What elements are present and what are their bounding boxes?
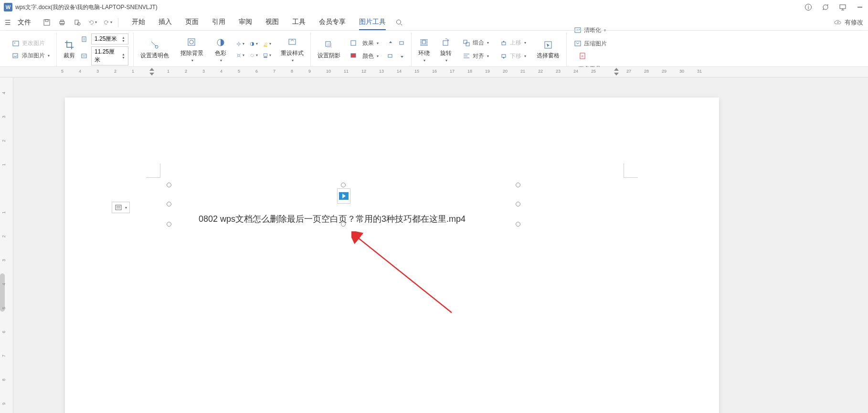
sync-icon[interactable]	[821, 3, 830, 11]
transparent-button[interactable]: 设置透明色	[138, 38, 171, 61]
height-input[interactable]: 1.25厘米▲▼	[91, 33, 128, 44]
svg-point-20	[190, 40, 193, 44]
compress-icon	[573, 39, 582, 48]
search-icon[interactable]	[395, 19, 403, 26]
remove-bg-label: 抠除背景	[180, 49, 203, 57]
tab-view[interactable]: 视图	[265, 15, 279, 30]
rotate-label: 旋转	[440, 49, 452, 57]
document-canvas[interactable]: 0802 wps文档怎么删除最后一页空白页？常用的3种技巧都在这里.mp4 ▾	[13, 77, 868, 413]
file-menu[interactable]: 文件	[16, 18, 33, 27]
svg-text:P: P	[582, 55, 583, 58]
svg-point-22	[238, 43, 240, 45]
wrap-button[interactable]: 环绕▾	[416, 36, 432, 64]
move-up-icon	[499, 39, 508, 47]
tab-page[interactable]: 页面	[185, 15, 199, 30]
clarity-button[interactable]: 清晰化▾	[572, 25, 609, 35]
add-image-button[interactable]: 添加图片▾	[10, 51, 52, 61]
group-button[interactable]: 组合▾	[460, 38, 491, 48]
brightness-icon[interactable]: ▾	[236, 40, 244, 48]
redo-icon[interactable]: ▾	[104, 18, 112, 27]
ribbon: 更改图片 添加图片▾ 裁剪 1.25厘米▲▼ 11.25厘米▲▼	[0, 31, 868, 67]
nudge-up-icon[interactable]	[386, 39, 395, 47]
layout-options-button[interactable]: ▾	[112, 202, 130, 213]
titlebar: W wps文字.docx(我的设备\我的电脑-LAPTOP-SNENVLJT) …	[0, 0, 868, 14]
change-image-label: 更改图片	[22, 39, 45, 47]
margin-corner-tl	[146, 163, 160, 178]
selection-handle[interactable]	[516, 183, 520, 187]
svg-rect-2	[840, 5, 846, 9]
remove-bg-button[interactable]: 抠除背景▾	[179, 36, 205, 64]
workspace: 432112345678910 0802 wps文档怎么删除最后一页空白页？常用…	[0, 77, 868, 413]
tab-review[interactable]: 审阅	[239, 15, 252, 30]
tab-reference[interactable]: 引用	[212, 15, 225, 30]
rotate-button[interactable]: 旋转▾	[438, 36, 454, 64]
selection-handle[interactable]	[167, 202, 171, 206]
hamburger-icon[interactable]: ☰	[5, 19, 11, 26]
tab-start[interactable]: 开始	[132, 15, 145, 30]
svg-rect-4	[44, 20, 50, 25]
video-object[interactable]	[337, 188, 350, 204]
nudge-down-icon[interactable]	[398, 52, 406, 60]
menubar: ☰ 文件 ▾ ▾ 开始 插入 页面 引用 审阅 视图 工具 会员专享 图片工具 …	[0, 14, 868, 31]
move-down-icon	[499, 52, 508, 61]
soften-icon[interactable]: ▾	[249, 51, 258, 60]
window-title: wps文字.docx(我的设备\我的电脑-LAPTOP-SNENVLJT)	[15, 3, 158, 11]
convert-pdf-button[interactable]: P	[576, 51, 609, 61]
wrap-icon	[418, 37, 430, 48]
selection-handle[interactable]	[341, 183, 346, 187]
crop-label: 裁剪	[64, 52, 75, 60]
svg-rect-19	[188, 39, 195, 45]
nudge-right-icon[interactable]	[398, 39, 406, 47]
tabs: 开始 插入 页面 引用 审阅 视图 工具 会员专享 图片工具	[132, 15, 386, 30]
print-icon[interactable]	[58, 18, 66, 27]
compress-button[interactable]: 压缩图片	[572, 38, 609, 49]
clarity-label: 清晰化	[584, 26, 601, 34]
ruler-horizontal[interactable]: 5432112345678910111213141516171819202122…	[0, 67, 868, 77]
selection-handle[interactable]	[516, 202, 520, 206]
tab-insert[interactable]: 插入	[159, 15, 172, 30]
move-up-button: 上移▾	[498, 38, 528, 48]
crop-button[interactable]: 裁剪	[62, 38, 77, 61]
modified-indicator[interactable]: 有修改	[834, 18, 863, 27]
svg-rect-24	[264, 45, 267, 46]
ruler-vertical[interactable]: 432112345678910	[0, 77, 13, 413]
highlight-icon[interactable]: ▾	[263, 40, 271, 48]
shadow-icon	[323, 39, 335, 51]
effect-button[interactable]: 效果▾	[360, 38, 381, 48]
add-image-icon	[11, 52, 20, 60]
info-icon[interactable]: i	[804, 3, 813, 11]
selection-handle[interactable]	[167, 222, 171, 227]
undo-icon[interactable]: ▾	[88, 18, 97, 27]
select-pane-icon	[542, 39, 554, 51]
sharpen-icon[interactable]: ▾	[236, 51, 244, 60]
color-button[interactable]: 色彩▾	[213, 36, 228, 64]
selection-handle[interactable]	[167, 183, 171, 187]
presentation-icon[interactable]	[838, 3, 847, 11]
minimize-icon[interactable]	[856, 3, 864, 11]
select-pane-button[interactable]: 选择窗格	[535, 38, 561, 61]
contrast-icon[interactable]: ▾	[249, 40, 258, 48]
reset-style-button[interactable]: 重设样式▾	[279, 36, 306, 64]
svg-text:i: i	[808, 5, 809, 10]
nudge-left-icon[interactable]	[386, 52, 395, 60]
clarity-icon	[573, 26, 582, 34]
video-caption[interactable]: 0802 wps文档怎么删除最后一页空白页？常用的3种技巧都在这里.mp4	[199, 213, 466, 225]
border-color-icon[interactable]: ▾	[263, 51, 271, 60]
tab-member[interactable]: 会员专享	[319, 15, 346, 30]
tab-picture-tools[interactable]: 图片工具	[359, 15, 386, 30]
svg-line-12	[401, 24, 402, 25]
group-more: 清晰化▾ 压缩图片 P 更多工具▾	[567, 33, 614, 66]
print-preview-icon[interactable]	[73, 18, 82, 27]
selection-handle[interactable]	[516, 222, 520, 227]
annotation-arrow	[351, 231, 456, 317]
remove-bg-icon	[186, 37, 198, 48]
align-button[interactable]: 对齐▾	[460, 51, 491, 62]
width-input[interactable]: 11.25厘米▲▼	[91, 46, 128, 65]
save-icon[interactable]	[42, 18, 51, 27]
scrollbar-thumb[interactable]	[0, 273, 5, 312]
tab-tools[interactable]: 工具	[292, 15, 306, 30]
rotate-icon	[440, 37, 452, 48]
shadow-button[interactable]: 设置阴影	[316, 38, 342, 61]
group-icon	[462, 39, 471, 47]
color2-button[interactable]: 颜色▾	[360, 51, 381, 61]
